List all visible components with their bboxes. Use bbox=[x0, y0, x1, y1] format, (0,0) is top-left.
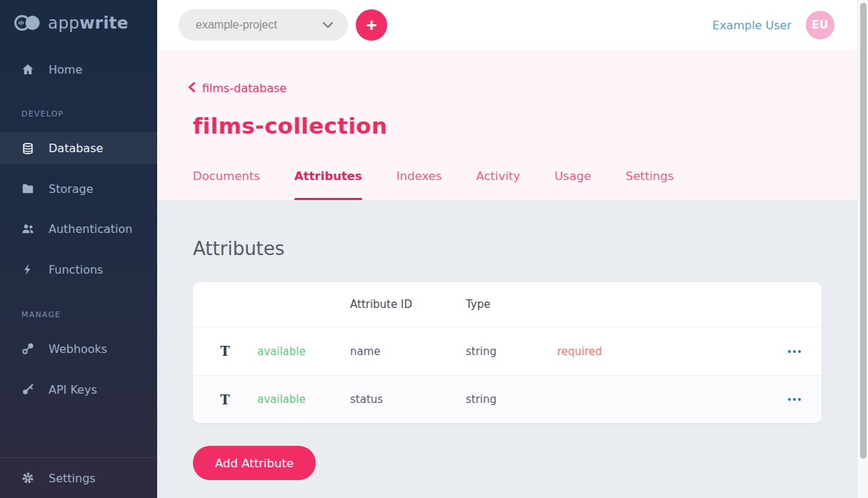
avatar[interactable]: EU bbox=[806, 11, 834, 39]
gear-icon bbox=[21, 472, 34, 484]
column-header-type: Type bbox=[466, 298, 557, 311]
sidebar-item-functions[interactable]: Functions bbox=[0, 254, 157, 285]
project-selector-value: example-project bbox=[196, 19, 322, 31]
table-row: T available name string required bbox=[193, 327, 822, 375]
appwrite-console: appwrite Home DEVELOP Database bbox=[0, 0, 868, 498]
attributes-table: Attribute ID Type T available name strin… bbox=[193, 282, 822, 423]
sidebar-item-storage[interactable]: Storage bbox=[0, 173, 157, 204]
sidebar-item-label: Database bbox=[49, 141, 103, 155]
topbar: example-project + Example User EU bbox=[157, 0, 857, 50]
folder-icon bbox=[21, 182, 34, 195]
tab-documents[interactable]: Documents bbox=[193, 169, 260, 200]
scrollbar-thumb[interactable] bbox=[860, 3, 867, 459]
type-cell: string bbox=[466, 393, 557, 406]
page-header: films-database films-collection Document… bbox=[157, 50, 857, 200]
appwrite-logo-text: appwrite bbox=[48, 14, 129, 32]
sidebar-item-api-keys[interactable]: API Keys bbox=[0, 374, 157, 405]
sidebar-item-settings[interactable]: Settings bbox=[0, 457, 157, 498]
type-cell: string bbox=[466, 345, 557, 358]
sidebar-item-webhooks[interactable]: Webhooks bbox=[0, 333, 157, 364]
appwrite-logo[interactable]: appwrite bbox=[13, 13, 129, 33]
sidebar-item-authentication[interactable]: Authentication bbox=[0, 213, 157, 244]
tab-usage[interactable]: Usage bbox=[554, 169, 591, 200]
sidebar: appwrite Home DEVELOP Database bbox=[0, 0, 157, 498]
more-options-icon[interactable] bbox=[782, 392, 807, 407]
breadcrumb-label: films-database bbox=[202, 81, 286, 95]
tab-settings[interactable]: Settings bbox=[626, 169, 674, 200]
lightning-icon bbox=[21, 263, 34, 276]
tab-indexes[interactable]: Indexes bbox=[396, 169, 442, 200]
column-header-attribute-id: Attribute ID bbox=[350, 298, 466, 311]
page-title: films-collection bbox=[193, 113, 387, 139]
section-heading: Attributes bbox=[193, 238, 284, 259]
project-selector[interactable]: example-project bbox=[179, 9, 348, 41]
tab-activity[interactable]: Activity bbox=[477, 169, 521, 200]
tab-attributes[interactable]: Attributes bbox=[294, 169, 362, 200]
appwrite-logo-icon bbox=[13, 13, 41, 33]
table-header-row: Attribute ID Type bbox=[193, 282, 822, 327]
table-row: T available status string bbox=[193, 375, 822, 423]
user-area: Example User EU bbox=[712, 0, 834, 50]
link-icon bbox=[21, 342, 34, 355]
status-badge: available bbox=[257, 345, 350, 358]
main-content: Attributes Attribute ID Type T available… bbox=[157, 200, 857, 498]
chevron-down-icon bbox=[322, 20, 334, 31]
sidebar-item-home[interactable]: Home bbox=[0, 54, 157, 85]
status-badge: available bbox=[257, 393, 350, 406]
scrollbar-track[interactable] bbox=[857, 0, 868, 498]
sidebar-item-label: API Keys bbox=[49, 383, 97, 397]
attribute-id-cell: status bbox=[350, 393, 466, 406]
add-project-button[interactable]: + bbox=[356, 9, 387, 41]
sidebar-item-database[interactable]: Database bbox=[0, 132, 157, 164]
chevron-left-icon bbox=[188, 81, 196, 95]
home-icon bbox=[21, 63, 34, 76]
sidebar-item-label: Settings bbox=[49, 472, 96, 485]
key-icon bbox=[21, 383, 34, 396]
string-type-icon: T bbox=[220, 344, 229, 359]
sidebar-section-develop: DEVELOP bbox=[21, 109, 64, 119]
more-options-icon[interactable] bbox=[782, 344, 807, 359]
add-attribute-button[interactable]: Add Attribute bbox=[193, 446, 316, 480]
sidebar-item-label: Authentication bbox=[49, 222, 132, 236]
attribute-id-cell: name bbox=[350, 345, 466, 358]
sidebar-item-label: Webhooks bbox=[49, 342, 107, 356]
database-icon bbox=[21, 142, 34, 155]
sidebar-section-manage: MANAGE bbox=[21, 310, 61, 319]
users-icon bbox=[21, 222, 34, 235]
tab-bar: Documents Attributes Indexes Activity Us… bbox=[193, 169, 674, 200]
user-name-link[interactable]: Example User bbox=[712, 19, 792, 32]
sidebar-item-label: Home bbox=[49, 63, 82, 76]
required-badge: required bbox=[557, 345, 767, 358]
breadcrumb[interactable]: films-database bbox=[188, 81, 286, 95]
string-type-icon: T bbox=[220, 392, 229, 407]
sidebar-item-label: Functions bbox=[49, 263, 103, 277]
sidebar-item-label: Storage bbox=[49, 182, 94, 196]
